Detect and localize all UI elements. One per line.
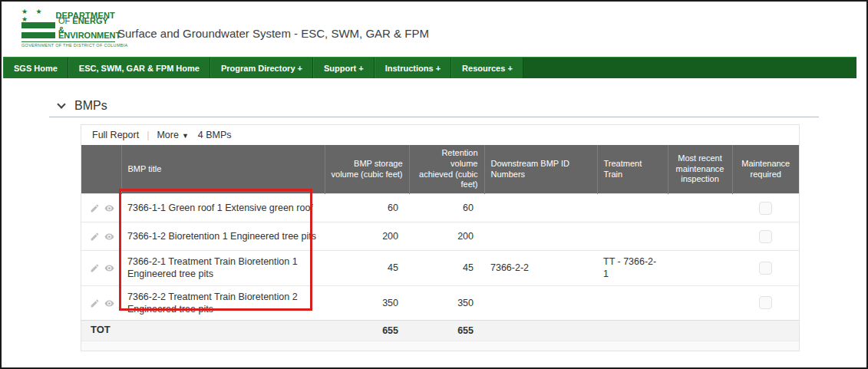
edit-pencil-icon[interactable] <box>90 232 100 242</box>
bmps-table: BMP title BMP storage volume (cubic feet… <box>81 145 799 341</box>
downstream-cell: 7366-2-2 <box>484 251 597 286</box>
col-recent-inspection: Most recent maintenance inspection <box>668 145 732 194</box>
inspection-cell <box>668 222 732 251</box>
retention-cell: 200 <box>409 222 484 251</box>
app-window: ★ ★ ★ DEPARTMENT OF ENERGY & ENVIRONMENT… <box>0 0 868 369</box>
nav-item-resources[interactable]: Resources + <box>451 58 523 78</box>
downstream-cell <box>484 222 597 251</box>
logo-flag-bar-icon <box>21 22 55 28</box>
full-report-button[interactable]: Full Report <box>92 130 139 140</box>
inspection-cell <box>668 251 732 286</box>
table-row: 7366-2-1 Treatment Train Bioretention 1 … <box>81 251 799 286</box>
bmp-title-cell: 7366-1-2 Bioretention 1 Engineered tree … <box>121 222 325 251</box>
logo-stars-icon: ★ ★ ★ <box>21 8 55 23</box>
treatment-cell <box>597 194 668 222</box>
view-eye-icon[interactable] <box>104 298 114 308</box>
edit-pencil-icon[interactable] <box>90 203 100 213</box>
edit-pencil-icon[interactable] <box>90 298 100 308</box>
doee-logo: ★ ★ ★ DEPARTMENT OF ENERGY & ENVIRONMENT… <box>21 10 115 48</box>
retention-cell: 60 <box>409 194 484 222</box>
nav-item-sgs-home[interactable]: SGS Home <box>3 58 68 78</box>
logo-divider <box>21 41 115 42</box>
bmps-panel: Full Report | More▼ 4 BMPs BMP title BMP… <box>81 124 800 351</box>
view-eye-icon[interactable] <box>104 263 114 273</box>
toolbar-separator: | <box>147 130 149 140</box>
panel-footer <box>81 341 799 351</box>
total-retention: 655 <box>409 321 484 341</box>
col-retention-volume: Retention volume achieved (cubic feet) <box>409 145 484 194</box>
section-divider <box>49 117 819 117</box>
table-row: 7366-1-2 Bioretention 1 Engineered tree … <box>81 222 799 251</box>
downstream-cell <box>484 194 597 222</box>
main-nav: SGS Home ESC, SWM, GAR & FPM Home Progra… <box>3 57 856 78</box>
maintenance-checkbox[interactable] <box>759 230 772 243</box>
nav-item-program-directory[interactable]: Program Directory + <box>210 58 313 78</box>
treatment-cell <box>597 285 668 321</box>
total-row: TOT 655 655 <box>81 321 799 341</box>
storage-cell: 45 <box>325 251 409 286</box>
table-toolbar: Full Report | More▼ 4 BMPs <box>81 125 799 145</box>
col-maintenance-required: Maintenance required <box>732 145 799 194</box>
col-storage-volume: BMP storage volume (cubic feet) <box>325 145 409 194</box>
retention-cell: 350 <box>409 285 484 321</box>
storage-cell: 60 <box>325 194 409 222</box>
total-label: TOT <box>81 321 121 341</box>
table-header-row: BMP title BMP storage volume (cubic feet… <box>81 145 799 194</box>
logo-line3: ENVIRONMENT <box>58 31 120 40</box>
edit-pencil-icon[interactable] <box>90 263 100 273</box>
treatment-cell: TT - 7366-2-1 <box>597 251 668 286</box>
col-treatment-train: Treatment Train <box>597 145 668 194</box>
downstream-cell <box>484 285 597 321</box>
more-dropdown[interactable]: More▼ <box>157 130 188 140</box>
col-actions <box>81 145 121 194</box>
maintenance-checkbox[interactable] <box>759 262 772 275</box>
inspection-cell <box>668 285 732 321</box>
caret-down-icon: ▼ <box>182 132 189 140</box>
inspection-cell <box>668 194 732 222</box>
bmp-title-cell: 7366-2-1 Treatment Train Bioretention 1 … <box>121 251 325 286</box>
treatment-cell <box>597 222 668 251</box>
table-row: 7366-2-2 Treatment Train Bioretention 2 … <box>81 285 799 321</box>
storage-cell: 200 <box>325 222 409 251</box>
page-title: Surface and Groundwater System - ESC, SW… <box>117 27 429 40</box>
col-downstream-ids: Downstream BMP ID Numbers <box>484 145 597 194</box>
total-storage: 655 <box>325 321 409 341</box>
nav-item-esc-swm-gar-fpm-home[interactable]: ESC, SWM, GAR & FPM Home <box>68 58 210 78</box>
logo-flag-bar-icon <box>21 32 55 38</box>
section-title: BMPs <box>74 99 107 113</box>
bmp-count-label: 4 BMPs <box>198 130 232 140</box>
bmp-title-cell: 7366-1-1 Green roof 1 Extensive green ro… <box>121 194 325 222</box>
view-eye-icon[interactable] <box>104 203 114 213</box>
maintenance-checkbox[interactable] <box>759 202 772 215</box>
nav-item-instructions[interactable]: Instructions + <box>375 58 451 78</box>
maintenance-checkbox[interactable] <box>759 296 772 309</box>
storage-cell: 350 <box>325 285 409 321</box>
chevron-down-icon[interactable] <box>57 100 65 108</box>
col-bmp-title: BMP title <box>121 145 325 194</box>
view-eye-icon[interactable] <box>104 232 114 242</box>
logo-tagline: GOVERNMENT OF THE DISTRICT OF COLUMBIA <box>21 43 115 48</box>
retention-cell: 45 <box>409 251 484 286</box>
table-row: 7366-1-1 Green roof 1 Extensive green ro… <box>81 194 799 222</box>
bmp-title-cell: 7366-2-2 Treatment Train Bioretention 2 … <box>121 285 325 321</box>
nav-item-support[interactable]: Support + <box>313 58 375 78</box>
